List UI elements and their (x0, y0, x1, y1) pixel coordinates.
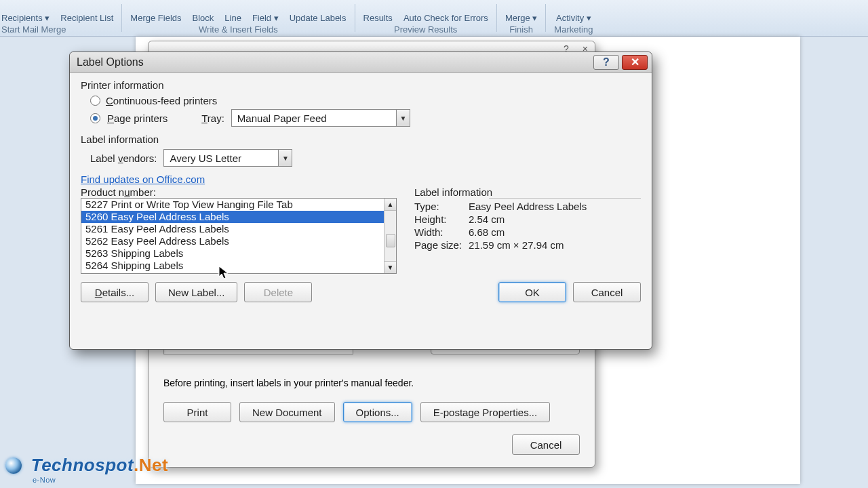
under-cancel-button[interactable]: Cancel (512, 434, 580, 455)
tray-label: Tray: (201, 113, 224, 124)
ribbon-block[interactable]: Block (193, 13, 214, 23)
label-options-dialog: Label Options ? ✕ Printer information Co… (69, 52, 652, 350)
ribbon-group-write: Write & Insert Fields (199, 24, 278, 35)
scroll-up-icon[interactable]: ▲ (384, 199, 396, 211)
ribbon-activity[interactable]: Activity ▾ (556, 13, 591, 23)
product-item[interactable]: 5264 Shipping Labels (81, 260, 396, 272)
ribbon-group-preview: Preview Results (394, 24, 457, 35)
scroll-down-icon[interactable]: ▼ (384, 261, 396, 273)
radio-page-label: Page printers (107, 113, 167, 124)
dialog-title: Label Options (77, 56, 591, 68)
new-document-button[interactable]: New Document (239, 402, 335, 422)
find-updates-link[interactable]: Find updates on Office.com (81, 174, 205, 185)
product-item[interactable]: 5227 Print or Write Top View Hanging Fil… (81, 199, 396, 211)
ribbon-merge[interactable]: Merge ▾ (505, 13, 537, 23)
label-info-subheading: Label information (414, 186, 641, 198)
manual-feed-hint: Before printing, insert labels in your p… (163, 378, 580, 388)
chevron-down-icon[interactable]: ▼ (396, 110, 410, 126)
titlebar: Label Options ? ✕ (70, 52, 652, 73)
ribbon-recipient-list[interactable]: Recipient List (60, 13, 113, 23)
radio-page[interactable]: Page printers Tray: Manual Paper Feed ▼ (90, 109, 641, 127)
ribbon: Recipients ▾ Recipient List Start Mail M… (0, 0, 868, 37)
new-label-button[interactable]: New Label... (155, 282, 237, 302)
options-button[interactable]: Options... (343, 402, 412, 422)
tray-value: Manual Paper Feed (232, 113, 396, 124)
ribbon-group-marketing: Marketing (554, 24, 593, 35)
ok-button[interactable]: OK (498, 282, 566, 302)
ribbon-field[interactable]: Field ▾ (252, 13, 279, 23)
printer-info-heading: Printer information (81, 79, 641, 91)
scrollbar[interactable]: ▲ ▼ (384, 199, 396, 273)
ribbon-auto-check[interactable]: Auto Check for Errors (403, 13, 488, 23)
radio-icon (90, 96, 100, 106)
scroll-thumb[interactable] (386, 234, 395, 247)
epostage-button[interactable]: E-postage Properties... (420, 402, 550, 422)
product-item[interactable]: 5262 Easy Peel Address Labels (81, 235, 396, 247)
details-button[interactable]: Details... (81, 282, 149, 302)
chevron-down-icon[interactable]: ▼ (278, 150, 292, 166)
ribbon-group-start: Start Mail Merge (1, 24, 66, 35)
radio-icon (90, 113, 100, 123)
product-item[interactable]: 5261 Easy Peel Address Labels (81, 223, 396, 235)
label-info-heading: Label information (81, 134, 641, 145)
product-item[interactable]: 5263 Shipping Labels (81, 247, 396, 260)
vendors-combo[interactable]: Avery US Letter ▼ (163, 149, 292, 167)
delete-button: Delete (244, 282, 312, 302)
vendors-label: Label vendors: (90, 152, 157, 164)
ribbon-merge-fields[interactable]: Merge Fields (130, 13, 181, 23)
watermark-logo: Technospot.Net e-Now (5, 455, 168, 484)
titlebar-help-button[interactable]: ? (593, 55, 619, 70)
product-item[interactable]: 5260 Easy Peel Address Labels (81, 211, 396, 223)
ribbon-recipients[interactable]: Recipients ▾ (1, 13, 50, 23)
vendors-value: Avery US Letter (164, 152, 278, 164)
tray-combo[interactable]: Manual Paper Feed ▼ (231, 109, 410, 127)
label-info-table: Type:Easy Peel Address Labels Height:2.5… (414, 200, 587, 251)
product-list[interactable]: 5227 Print or Write Top View Hanging Fil… (81, 198, 397, 274)
print-button[interactable]: Print (163, 402, 231, 422)
product-number-label: Product number: (81, 186, 397, 198)
radio-continuous-label: Continuous-feed printers (106, 95, 217, 106)
ribbon-line[interactable]: Line (224, 13, 241, 23)
ribbon-update-labels[interactable]: Update Labels (290, 13, 347, 23)
radio-continuous[interactable]: Continuous-feed printers (90, 95, 641, 106)
titlebar-close-button[interactable]: ✕ (622, 55, 648, 70)
cancel-button[interactable]: Cancel (573, 282, 641, 302)
ribbon-group-finish: Finish (509, 24, 533, 35)
ribbon-results[interactable]: Results (363, 13, 393, 23)
